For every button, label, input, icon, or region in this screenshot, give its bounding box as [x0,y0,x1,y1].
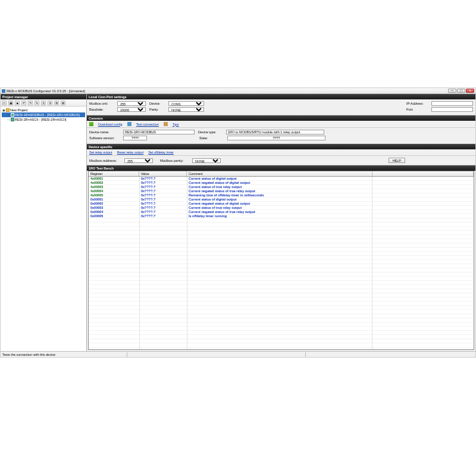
close-button[interactable]: ✕ [466,89,474,93]
ip-label: IP-Address: [406,102,430,105]
baud-label: Baudrate: [89,108,116,111]
tree-root[interactable]: ▣ New Project [2,108,85,112]
modbus-unit-select[interactable]: 255 [117,101,146,106]
device-icon [11,118,14,121]
app-icon [2,89,5,93]
col-comment[interactable]: Comment [187,171,372,176]
project-tree[interactable]: ▣ New Project ⋯RESI-1R×MODBUS - [RESI-1R… [1,107,86,351]
project-panel: Project manager □▣■↶↷✎⎘⎗⚙✿ ▣ New Project… [1,94,87,351]
cell-register: 4x00002 [89,181,139,185]
sw-input [123,136,147,140]
titlebar[interactable]: RESI-x MODBUS Configurator V1.0.5.25 - [… [1,88,475,94]
toolbar-btn-2[interactable]: ■ [15,101,20,105]
cell-comment: Current negated status of digital output [187,181,474,185]
toolbar-btn-7[interactable]: ⎗ [48,101,52,105]
cell-comment: Current status of digital output [187,177,474,181]
project-icon [6,108,10,112]
device-action-link[interactable]: Set relay output [89,151,112,154]
leaf-icon: ⋯ [7,113,10,117]
table-row[interactable]: 4x000020x????.?Current negated status of… [89,181,474,185]
table-row[interactable]: 0x000030x????.?Current status of true re… [89,206,474,210]
table-row[interactable]: 0x000020x????.?Current negated status of… [89,202,474,206]
cell-value: 0x????.? [139,181,187,185]
table-row[interactable]: 4x000050x????.?Remaining time of offdela… [89,193,474,198]
toolbar-btn-8[interactable]: ⚙ [54,101,59,105]
tree-node[interactable]: ⋯RESI-1R×MODBUS - [RESI-1RO-MODBUS] [2,112,85,117]
cell-comment: Current negated status of true relay out… [187,210,474,214]
cell-comment: Current negated status of digital output [187,202,474,206]
table-row[interactable]: 0x000050x????.?Is offdelay timer running [89,214,474,218]
download-icon [89,122,93,126]
ip-input[interactable] [431,101,473,106]
devname-input[interactable] [123,130,195,134]
modbus-addr-select[interactable]: 255 [124,158,153,163]
cell-comment: Current status of digital output [187,198,474,202]
minimize-button[interactable]: — [448,89,456,93]
tgui-link[interactable]: Tgui [173,123,179,126]
devtype-input[interactable] [226,130,324,134]
expand-icon[interactable]: ▣ [2,108,5,112]
parity-label: Parity: [149,108,167,111]
device-select[interactable]: COM1 [168,101,204,106]
cell-register: 0x00004 [89,210,139,214]
table-row[interactable]: 4x000040x????.?Current negated status of… [89,189,474,193]
status-text: Tests the connection with this device [2,353,55,356]
cell-value: 0x????.? [139,189,187,193]
test-connection-link[interactable]: Test connection [136,123,159,126]
tree-node-label: RESI-2R×ASCII - [RESI-2R×ASCII] [15,118,67,121]
download-config-link[interactable]: Download config [98,123,123,126]
device-specific-section: Modbus-address: 255 Modbus parity: NONE … [87,156,475,165]
cell-value: 0x????.? [139,177,187,181]
toolbar-btn-9[interactable]: ✿ [61,101,65,105]
cell-register: 4x00001 [89,177,139,181]
cell-register: 4x00003 [89,185,139,189]
col-register[interactable]: Register [89,171,139,176]
state-input [227,136,325,140]
cell-value: 0x????.? [139,214,187,218]
table-row[interactable]: 4x000030x????.?Current status of true re… [89,185,474,189]
tree-root-label: New Project [10,108,28,112]
grid-header[interactable]: Register Value Comment [89,171,474,177]
cell-register: 4x00005 [89,193,139,198]
help-button[interactable]: HELP [389,158,405,163]
port-input[interactable] [431,107,473,112]
devtype-label: Device type: [198,130,225,134]
statusbar: Tests the connection with this device [1,351,475,357]
tree-node-label: RESI-1R×MODBUS - [RESI-1RO-MODBUS] [15,113,80,117]
cell-register: 4x00004 [89,189,139,193]
toolbar-btn-0[interactable]: □ [2,101,7,105]
table-row[interactable]: 0x000040x????.?Current negated status of… [89,210,474,214]
toolbar-btn-3[interactable]: ↶ [21,101,26,105]
maximize-button[interactable]: ▢ [457,89,465,93]
tree-node[interactable]: ⋯RESI-2R×ASCII - [RESI-2R×ASCII] [2,117,85,122]
modbus-addr-label: Modbus-address: [89,159,122,162]
table-row[interactable]: 0x000010x????.?Current status of digital… [89,198,474,202]
device-icon [11,113,14,117]
sw-label: Software version: [89,136,122,140]
toolbar-btn-6[interactable]: ⎘ [41,101,46,105]
grid-body[interactable]: 4x000010x????.?Current status of digital… [89,177,474,349]
comport-section: Modbus unit: 255 Device: COM1 IP-Address… [87,99,475,115]
toolbar-btn-1[interactable]: ▣ [8,101,13,105]
devname-label: Device name: [89,130,122,134]
cell-register: 0x00003 [89,206,139,210]
common-actions: Download config Test connection Tgui [87,121,475,128]
cell-comment: Remaining time of offdelay timer in mill… [187,193,474,198]
cell-comment: Current negated status of true relay out… [187,189,474,193]
col-value[interactable]: Value [139,171,187,176]
table-row[interactable]: 4x000010x????.?Current status of digital… [89,177,474,181]
device-specific-links: Set relay outputReset relay outputSet of… [87,149,475,156]
cell-comment: Is offdelay timer running [187,214,474,218]
baud-select[interactable]: 19200 [117,107,146,112]
tgui-icon [164,122,168,126]
device-action-link[interactable]: Set offdelay timer [148,151,174,154]
col-extra[interactable] [372,171,474,176]
modbus-parity-select[interactable]: NONE [192,158,221,163]
device-specific-header: Device specific [87,144,475,149]
project-toolbar: □▣■↶↷✎⎘⎗⚙✿ [1,99,86,107]
toolbar-btn-5[interactable]: ✎ [35,101,39,105]
app-window: RESI-x MODBUS Configurator V1.0.5.25 - [… [0,87,476,358]
toolbar-btn-4[interactable]: ↷ [28,101,33,105]
device-action-link[interactable]: Reset relay output [117,151,144,154]
parity-select[interactable]: NONE [168,107,204,112]
